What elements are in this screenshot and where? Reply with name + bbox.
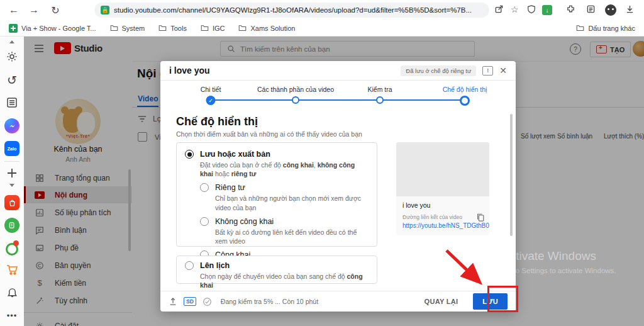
option-schedule-desc: Chọn ngày để chuyển video của bạn sang c… xyxy=(200,272,369,289)
browser-profile-avatar[interactable] xyxy=(605,4,616,16)
dialog-footer: SD Đang kiểm tra 5% ... Còn 10 phút QUAY… xyxy=(160,291,516,312)
option-private-desc: Chỉ bạn và những người bạn chọn mới xem … xyxy=(215,194,369,211)
bookmark-folder-igc[interactable]: IGC xyxy=(201,25,225,32)
dialog-scrollbar[interactable] xyxy=(510,114,513,236)
notifications-bell-icon[interactable] xyxy=(0,287,24,299)
step-checks-circle[interactable] xyxy=(376,96,384,104)
side-app-toolbar: ↺ Zalo ••• xyxy=(0,37,25,326)
video-link-label: Đường liên kết của video xyxy=(402,214,483,220)
stepper: Chi tiết Các thành phần của video Kiểm t… xyxy=(160,81,516,108)
share-icon[interactable] xyxy=(494,4,504,14)
option-unlisted[interactable]: Không công khai xyxy=(200,217,369,226)
cart-app-icon[interactable] xyxy=(0,263,24,276)
forward-icon[interactable]: → xyxy=(26,3,42,18)
folder-icon xyxy=(576,25,584,31)
shield-icon[interactable] xyxy=(527,4,536,14)
option-save-publish-desc: Đặt video của bạn ở chế độ công khai, kh… xyxy=(200,160,369,178)
browser-toolbar: ← → ↻ 🔒 studio.youtube.com/channel/UC9YA… xyxy=(0,0,644,21)
bookmark-folder-system[interactable]: System xyxy=(110,25,145,32)
messenger-icon[interactable] xyxy=(0,118,24,133)
radio-unlisted[interactable] xyxy=(200,217,209,226)
step-details-circle[interactable]: ✓ xyxy=(206,96,216,105)
radio-selected[interactable] xyxy=(185,150,194,159)
notes-app-icon[interactable] xyxy=(0,218,24,233)
tasks-list-icon[interactable] xyxy=(0,97,24,108)
send-feedback-icon[interactable]: ! xyxy=(482,66,493,76)
step-elements[interactable]: Các thành phần của video xyxy=(257,86,334,93)
publish-options-box: Lưu hoặc xuất bản Đặt video của bạn ở ch… xyxy=(176,142,377,247)
annotation-highlight-rect xyxy=(487,286,518,312)
more-options-icon[interactable]: ••• xyxy=(0,311,24,320)
video-link[interactable]: https://youtu.be/hNS_TDGthB0 xyxy=(402,222,483,229)
favorite-star-icon[interactable]: ☆ xyxy=(511,4,519,14)
dialog-header: i love you Đã lưu ở chế độ riêng tư ! ✕ xyxy=(160,61,516,81)
zalo-icon[interactable]: Zalo xyxy=(0,141,24,156)
step-details[interactable]: Chi tiết xyxy=(201,86,221,93)
step-visibility-circle[interactable] xyxy=(460,96,470,106)
radio-schedule[interactable] xyxy=(185,261,194,270)
dialog-title: i love you xyxy=(169,65,210,76)
scroll-up-icon[interactable] xyxy=(0,40,24,43)
option-schedule[interactable]: Lên lịch xyxy=(185,261,369,270)
refresh-icon[interactable]: ↻ xyxy=(48,3,63,18)
close-icon[interactable]: ✕ xyxy=(499,66,507,75)
bookmark-folder-xams[interactable]: Xams Solution xyxy=(238,25,295,32)
processing-status: Đang kiểm tra 5% ... Còn 10 phút xyxy=(221,298,318,305)
folder-icon xyxy=(110,25,118,31)
bookmark-folder-tools[interactable]: Tools xyxy=(158,25,187,32)
stepper-line xyxy=(211,99,465,101)
sheets-icon xyxy=(9,24,18,33)
site-security-icon[interactable]: 🔒 xyxy=(101,6,109,14)
add-icon[interactable] xyxy=(0,167,24,179)
collections-icon[interactable] xyxy=(586,4,596,14)
option-save-publish[interactable]: Lưu hoặc xuất bản xyxy=(185,150,369,159)
section-title: Chế độ hiển thị xyxy=(176,115,258,128)
downloads-icon[interactable] xyxy=(625,4,635,14)
address-bar[interactable]: 🔒 studio.youtube.com/channel/UC9YAGQWlzg… xyxy=(94,3,489,18)
folder-icon xyxy=(201,25,209,31)
seo-tool-icon[interactable] xyxy=(0,240,24,254)
settings-gear-icon[interactable] xyxy=(0,50,24,63)
quality-badge: SD xyxy=(184,297,196,306)
scroll-down-icon[interactable] xyxy=(0,184,24,187)
radio-private[interactable] xyxy=(200,183,209,192)
video-preview-card: i love you Đường liên kết của video http… xyxy=(396,142,489,235)
other-bookmarks[interactable]: Dấu trang khác xyxy=(576,25,635,32)
section-subtitle: Chọn thời điểm xuất bản và những ai có t… xyxy=(176,130,362,138)
copy-link-icon[interactable] xyxy=(476,213,485,222)
bookmark-item[interactable]: Via + Show - Google T... xyxy=(9,24,96,33)
preview-video-title: i love you xyxy=(402,201,483,209)
folder-icon xyxy=(238,25,247,31)
step-checks[interactable]: Kiểm tra xyxy=(367,86,392,93)
back-icon[interactable]: ← xyxy=(6,3,21,18)
activate-windows-watermark: Activate Windows Go to Settings to activ… xyxy=(502,249,616,274)
schedule-box: Lên lịch Chọn ngày để chuyển video của b… xyxy=(176,256,377,284)
back-button[interactable]: QUAY LẠI xyxy=(425,298,458,305)
url-text[interactable]: studio.youtube.com/channel/UC9YAGQWlzg9R… xyxy=(114,6,472,14)
upload-icon xyxy=(169,297,177,306)
toolbar-divider xyxy=(4,161,19,162)
shopping-app-icon[interactable] xyxy=(0,195,24,210)
folder-icon xyxy=(158,25,167,31)
step-visibility[interactable]: Chế độ hiển thị xyxy=(443,86,487,93)
video-thumbnail xyxy=(396,142,489,196)
checks-done-icon xyxy=(203,297,212,306)
download-manager-icon[interactable]: ↓ xyxy=(542,5,552,15)
step-elements-circle[interactable] xyxy=(292,96,299,104)
extensions-icon[interactable] xyxy=(566,4,575,14)
annotation-arrow xyxy=(440,247,491,288)
status-badge: Đã lưu ở chế độ riêng tư xyxy=(401,65,476,76)
bookmarks-bar: Via + Show - Google T... System Tools IG… xyxy=(0,20,644,37)
option-private[interactable]: Riêng tư xyxy=(200,183,369,192)
video-info: i love you Đường liên kết của video http… xyxy=(396,196,489,235)
history-icon[interactable]: ↺ xyxy=(0,73,24,87)
option-unlisted-desc: Bất kỳ ai có đường liên kết đến video đề… xyxy=(215,228,369,245)
